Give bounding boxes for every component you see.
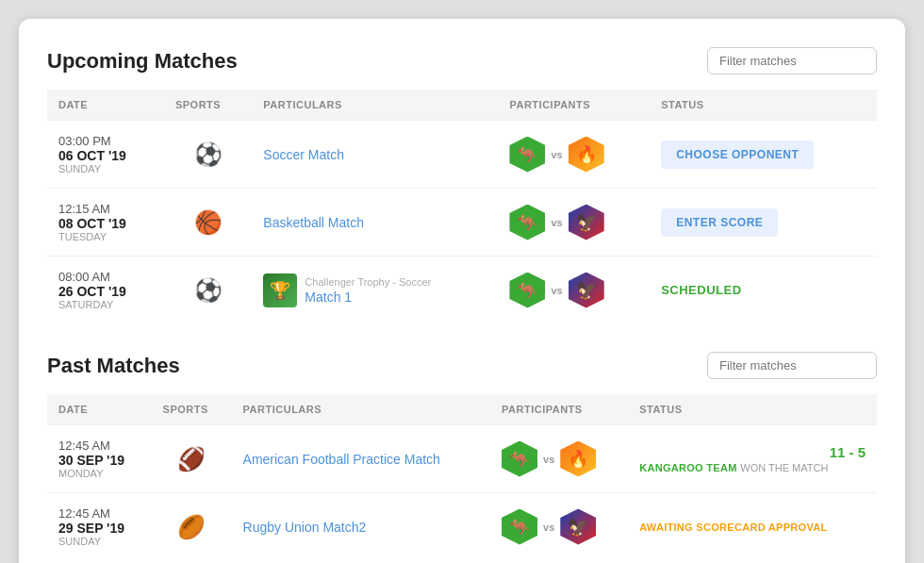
particular-cell: Soccer Match [252, 121, 498, 189]
upcoming-table: DATE SPORTS PARTICULARS PARTICIPANTS STA… [47, 90, 877, 323]
trophy-badge: 🏆 [263, 273, 297, 307]
won-text: WON THE MATCH [740, 462, 828, 473]
match-day: SATURDAY [58, 299, 153, 310]
participants-cell: 🦘 vs 🦅 [490, 493, 628, 561]
particular-link[interactable]: Match 1 [305, 290, 352, 305]
particular-link[interactable]: Basketball Match [263, 215, 364, 230]
status-cell: ENTER SCORE [650, 189, 877, 257]
match-time: 03:00 PM [58, 134, 153, 148]
vs-label: vs [551, 149, 562, 160]
team-avatar: 🦘 [502, 509, 537, 545]
main-card: Upcoming Matches DATE SPORTS PARTICULARS… [19, 19, 905, 563]
participants-cell: 🦘 vs 🦅 [498, 257, 650, 324]
upcoming-title: Upcoming Matches [47, 49, 238, 74]
match-time: 12:45 AM [58, 506, 140, 521]
sport-cell: ⚽ [164, 257, 252, 324]
particular-cell: 🏆 Challenger Trophy - Soccer Match 1 [252, 257, 498, 324]
match-date: 29 SEP '19 [58, 521, 140, 536]
sport-cell: 🏉 [152, 493, 232, 561]
date-cell: 12:15 AM 08 OCT '19 TUESDAY [47, 189, 164, 257]
vs-label: vs [543, 522, 554, 533]
team-avatar: 🦘 [509, 205, 545, 240]
table-row: 08:00 AM 26 OCT '19 SATURDAY ⚽ 🏆 Challen… [47, 257, 877, 324]
match-time: 12:15 AM [58, 202, 153, 216]
participants-cell: 🦘 vs 🔥 [490, 425, 628, 493]
table-row: 03:00 PM 06 OCT '19 SUNDAY ⚽ Soccer Matc… [47, 121, 877, 189]
particular-link[interactable]: American Football Practice Match [243, 452, 440, 467]
awaiting-status: AWAITING SCORECARD APPROVAL [639, 522, 827, 533]
past-title: Past Matches [47, 354, 180, 378]
match-day: MONDAY [58, 468, 140, 479]
match-date: 26 OCT '19 [58, 284, 153, 299]
past-header: Past Matches [47, 352, 877, 379]
upcoming-filter-input[interactable] [707, 47, 877, 75]
team-avatar: 🦘 [509, 137, 545, 173]
particular-cell: American Football Practice Match [232, 425, 490, 493]
particular-detail: Challenger Trophy - Soccer Match 1 [305, 276, 431, 305]
col-date-upcoming: DATE [47, 90, 164, 121]
status-cell: SCHEDULED [650, 257, 877, 324]
date-cell: 12:45 AM 29 SEP '19 SUNDAY [47, 493, 152, 561]
match-time: 08:00 AM [58, 270, 153, 284]
match-day: TUESDAY [58, 231, 153, 242]
sport-cell: ⚽ [164, 121, 252, 189]
match-date: 30 SEP '19 [58, 453, 140, 468]
match-day: SUNDAY [58, 536, 140, 547]
col-date-past: DATE [47, 394, 152, 425]
participants-cell: 🦘 vs 🔥 [498, 121, 650, 189]
team-avatar: 🦅 [569, 273, 604, 308]
status-scheduled: SCHEDULED [661, 283, 741, 297]
soccer-icon: ⚽ [175, 141, 240, 168]
american-football-icon: 🏈 [163, 446, 221, 472]
particular-link[interactable]: Soccer Match [263, 147, 344, 162]
table-row: 12:45 AM 29 SEP '19 SUNDAY 🏉 Rugby Union… [47, 493, 877, 561]
winner-team: KANGAROO TEAM [639, 462, 737, 473]
date-cell: 03:00 PM 06 OCT '19 SUNDAY [47, 121, 164, 189]
upcoming-header: Upcoming Matches [47, 47, 877, 75]
col-status-upcoming: STATUS [650, 90, 877, 121]
particular-subtitle: Challenger Trophy - Soccer [305, 276, 431, 288]
date-cell: 12:45 AM 30 SEP '19 MONDAY [47, 425, 152, 493]
vs-label: vs [551, 285, 562, 296]
col-sports-past: SPORTS [152, 394, 232, 425]
match-day: SUNDAY [58, 163, 153, 174]
winner-info: KANGAROO TEAM WON THE MATCH [639, 460, 866, 474]
team-avatar: 🔥 [560, 441, 596, 477]
sport-cell: 🏈 [152, 425, 232, 493]
team-avatar: 🦅 [560, 509, 596, 545]
choose-opponent-button[interactable]: CHOOSE OPPONENT [661, 141, 814, 169]
basketball-icon: 🏀 [175, 209, 240, 236]
vs-label: vs [543, 454, 554, 465]
particular-trophy: 🏆 Challenger Trophy - Soccer Match 1 [263, 273, 487, 307]
past-table: DATE SPORTS PARTICULARS PARTICIPANTS STA… [47, 394, 877, 560]
sport-cell: 🏀 [164, 189, 252, 257]
particular-cell: Rugby Union Match2 [232, 493, 490, 561]
past-filter-input[interactable] [707, 352, 877, 379]
score-status: 11 - 5 KANGAROO TEAM WON THE MATCH [639, 444, 866, 474]
status-cell: 11 - 5 KANGAROO TEAM WON THE MATCH [628, 425, 877, 493]
vs-label: vs [551, 217, 562, 228]
table-row: 12:45 AM 30 SEP '19 MONDAY 🏈 American Fo… [47, 425, 877, 493]
col-status-past: STATUS [628, 394, 877, 425]
enter-score-button[interactable]: ENTER SCORE [661, 208, 778, 237]
col-particulars-past: PARTICULARS [232, 394, 490, 425]
date-cell: 08:00 AM 26 OCT '19 SATURDAY [47, 257, 164, 324]
col-sports-upcoming: SPORTS [164, 90, 252, 121]
participants-cell: 🦘 vs 🦅 [498, 189, 650, 257]
particular-link[interactable]: Rugby Union Match2 [243, 520, 367, 535]
match-date: 08 OCT '19 [58, 216, 153, 231]
match-score: 11 - 5 [639, 444, 866, 460]
rugby-icon: 🏉 [163, 514, 221, 540]
match-time: 12:45 AM [58, 439, 140, 453]
team-avatar: 🔥 [569, 137, 604, 173]
soccer-icon: ⚽ [175, 277, 240, 304]
col-participants-past: PARTICIPANTS [490, 394, 628, 425]
team-avatar: 🦅 [569, 205, 604, 240]
status-cell: CHOOSE OPPONENT [650, 121, 877, 189]
table-row: 12:15 AM 08 OCT '19 TUESDAY 🏀 Basketball… [47, 189, 877, 257]
col-participants-upcoming: PARTICIPANTS [498, 90, 650, 121]
match-date: 06 OCT '19 [58, 148, 153, 163]
team-avatar: 🦘 [509, 273, 545, 308]
status-cell: AWAITING SCORECARD APPROVAL [628, 493, 877, 561]
col-particulars-upcoming: PARTICULARS [252, 90, 498, 121]
